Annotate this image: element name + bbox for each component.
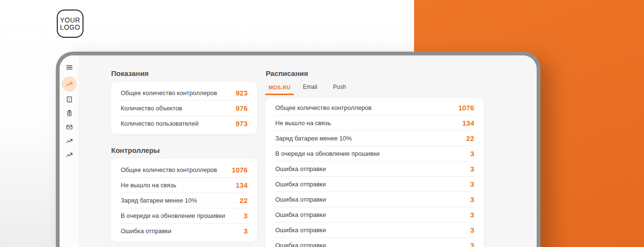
stat-value: 3: [470, 241, 474, 247]
stat-row: Ошибка отправки 3: [275, 192, 474, 207]
stat-row: Ошибка отправки 3: [120, 223, 248, 238]
schedules-tabs: MOS.RU Email Push: [265, 82, 484, 95]
stat-row: Заряд батареи менее 10% 22: [120, 193, 248, 208]
controllers-card: Общее количество контроллеров 1076 Не вы…: [111, 159, 257, 242]
sidebar: [60, 55, 79, 247]
section-title-schedules: Расписания: [266, 69, 484, 78]
analytics-chart-icon: [66, 138, 73, 144]
stat-label: Ошибка отправки: [275, 181, 326, 188]
stat-label: Количество объектов: [120, 105, 182, 112]
stat-label: Общее количество контроллеров: [275, 104, 372, 111]
stat-label: Общее количество контроллеров: [120, 166, 217, 173]
logo-text-line1: YOUR: [60, 17, 80, 24]
stat-label: Ошибка отправки: [275, 226, 326, 234]
schedules-card: Общее количество контроллеров 1076 Не вы…: [265, 98, 484, 247]
stat-label: Ошибка отправки: [120, 227, 171, 235]
stat-label: Ошибка отправки: [275, 242, 326, 247]
stat-label: Не вышло на связь: [120, 182, 177, 189]
stat-label: Ошибка отправки: [275, 196, 326, 203]
stat-label: Заряд батареи менее 10%: [120, 197, 197, 204]
stat-row: Ошибка отправки 3: [275, 237, 474, 247]
readings-card: Общее количество контроллеров 923 Количе…: [111, 82, 257, 134]
logo-text-line2: LOGO: [60, 24, 80, 31]
readings-chart-icon: [66, 81, 73, 87]
tab-email[interactable]: Email: [303, 84, 317, 95]
stat-row: Общее количество контроллеров 1076: [275, 100, 474, 115]
section-title-controllers: Контроллеры: [111, 146, 257, 155]
stat-value: 3: [244, 227, 248, 235]
stat-row: В очереди на обновление прошивки 3: [120, 208, 248, 223]
stat-value: 3: [470, 150, 474, 158]
sidebar-item-meters[interactable]: [62, 106, 76, 120]
stat-row: Ошибка отправки 3: [275, 207, 474, 222]
stat-label: Заряд батареи менее 10%: [275, 135, 352, 142]
sidebar-item-readings[interactable]: [62, 76, 77, 92]
stat-row: Общее количество контроллеров 923: [120, 85, 248, 100]
stat-row: Ошибка отправки 3: [275, 176, 474, 192]
sidebar-item-analytics-1[interactable]: [62, 134, 76, 148]
stat-value: 3: [470, 180, 474, 188]
stat-label: В очереди на обновление прошивки: [120, 212, 225, 219]
mail-icon: [66, 124, 73, 130]
stat-value: 923: [236, 89, 248, 97]
stat-row: Количество пользователей 973: [120, 116, 248, 131]
stat-value: 134: [462, 119, 474, 127]
meter-clipboard-icon: [66, 110, 73, 117]
stat-label: Общее количество контроллеров: [120, 89, 217, 97]
stat-row: В очереди на обновление прошивки 3: [275, 146, 474, 161]
app-screen: Показания Общее количество контроллеров …: [60, 55, 537, 247]
stat-value: 3: [244, 212, 248, 220]
stat-value: 3: [470, 226, 474, 234]
stat-row: Ошибка отправки 3: [275, 161, 474, 176]
stat-value: 976: [236, 104, 248, 112]
sidebar-item-buildings[interactable]: [62, 92, 76, 106]
building-icon: [66, 96, 73, 103]
stat-row: Количество объектов 976: [120, 100, 248, 116]
stat-row: Общее количество контроллеров 1076: [120, 162, 248, 177]
stat-label: Количество пользователей: [120, 120, 198, 127]
stat-value: 1076: [232, 166, 248, 174]
stat-label: Ошибка отправки: [275, 211, 326, 218]
tab-mosru[interactable]: MOS.RU: [265, 85, 294, 95]
schedules-column: Расписания MOS.RU Email Push Общее колич…: [265, 69, 484, 247]
stat-label: Ошибка отправки: [275, 165, 326, 172]
logo: YOUR LOGO: [57, 10, 83, 38]
stat-row: Ошибка отправки 3: [275, 222, 474, 237]
stat-label: Не вышло на связь: [275, 119, 331, 127]
analytics-chart-2-icon: [66, 151, 73, 158]
menu-icon: [66, 64, 73, 71]
readings-column: Показания Общее количество контроллеров …: [111, 69, 257, 242]
section-title-readings: Показания: [111, 69, 257, 78]
menu-button[interactable]: [62, 60, 76, 74]
stat-value: 1076: [458, 104, 474, 112]
stat-label: В очереди на обновление прошивки: [275, 150, 380, 157]
stat-value: 3: [470, 211, 474, 219]
stat-value: 973: [236, 119, 248, 128]
sidebar-item-analytics-2[interactable]: [62, 148, 76, 161]
stat-value: 3: [470, 165, 474, 173]
stat-row: Заряд батареи менее 10% 22: [275, 130, 474, 146]
stat-value: 3: [470, 195, 474, 204]
stat-value: 22: [239, 196, 248, 204]
stat-value: 134: [236, 181, 248, 189]
tab-push[interactable]: Push: [333, 84, 346, 95]
sidebar-item-messages[interactable]: [62, 120, 76, 134]
tablet-device-frame: Показания Общее количество контроллеров …: [56, 52, 540, 247]
stat-row: Не вышло на связь 134: [275, 115, 474, 130]
stat-value: 22: [466, 134, 474, 142]
stat-row: Не вышло на связь 134: [120, 177, 248, 193]
